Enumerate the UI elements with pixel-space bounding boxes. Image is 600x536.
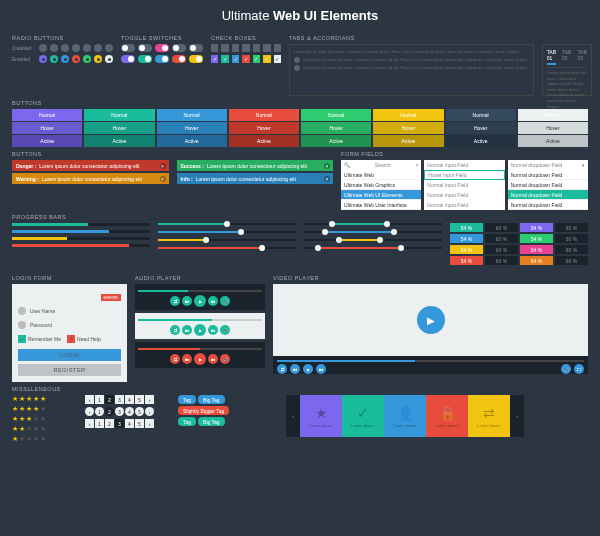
register-button[interactable]: REGISTER — [18, 364, 121, 376]
next-icon[interactable]: ⏭ — [208, 325, 218, 335]
tag[interactable]: Slightly Bigger Tag — [178, 406, 229, 415]
slider[interactable] — [158, 247, 296, 249]
toggle[interactable] — [189, 44, 203, 52]
page-next[interactable]: › — [145, 395, 154, 404]
checkbox[interactable]: ✓ — [221, 55, 228, 63]
radio[interactable] — [50, 44, 58, 52]
button[interactable]: Normal — [301, 109, 371, 121]
slider[interactable] — [158, 223, 296, 225]
button[interactable]: Normal — [229, 109, 299, 121]
checkbox[interactable]: ✓ — [253, 55, 260, 63]
button[interactable]: Active — [373, 135, 443, 147]
toggle[interactable] — [155, 55, 169, 63]
dropdown[interactable]: Normal dropdown Field▾ — [508, 160, 588, 170]
close-icon[interactable]: × — [324, 176, 330, 182]
play-icon[interactable]: ▶ — [194, 353, 206, 365]
radio[interactable] — [105, 55, 113, 63]
tile[interactable]: ✓Lorem Ipsum — [342, 395, 384, 437]
button[interactable]: Hover — [373, 122, 443, 134]
dropdown-option[interactable]: Ultimate Web Graphics — [341, 180, 421, 190]
toggle[interactable] — [172, 44, 186, 52]
fullscreen-icon[interactable]: ⛶ — [574, 364, 584, 374]
volume-icon[interactable]: 🔊 — [561, 364, 571, 374]
play-icon[interactable]: ▶ — [194, 295, 206, 307]
next-icon[interactable]: ⏭ — [316, 364, 326, 374]
star-rating[interactable]: ★★★★★ — [12, 415, 77, 423]
tag[interactable]: Big Tag — [198, 417, 225, 426]
radio[interactable] — [72, 44, 80, 52]
remember-checkbox[interactable]: ✓ — [18, 335, 26, 343]
text-input[interactable]: Hover Input Field — [424, 170, 504, 180]
button[interactable]: Hover — [84, 122, 154, 134]
volume-icon[interactable]: 🔊 — [220, 296, 230, 306]
range-slider[interactable] — [304, 223, 442, 225]
tag[interactable]: Tag — [178, 417, 196, 426]
dropdown-option[interactable]: Normal dropdown Field — [508, 170, 588, 180]
toggle[interactable] — [121, 55, 135, 63]
text-input[interactable]: Normal Input Field — [424, 200, 504, 210]
help-checkbox[interactable]: ? — [67, 335, 75, 343]
close-icon[interactable]: × — [324, 163, 330, 169]
radio[interactable] — [83, 44, 91, 52]
star-rating[interactable]: ★★★★★ — [12, 405, 77, 413]
search-input[interactable]: 🔍Search× — [341, 160, 421, 170]
checkbox[interactable] — [221, 44, 228, 52]
button[interactable]: Active — [301, 135, 371, 147]
button[interactable]: Active — [229, 135, 299, 147]
toggle[interactable] — [138, 55, 152, 63]
tile[interactable]: ★Lorem Ipsum — [300, 395, 342, 437]
button[interactable]: Normal — [157, 109, 227, 121]
button[interactable]: Active — [157, 135, 227, 147]
shuffle-icon[interactable]: ⇄ — [277, 364, 287, 374]
shuffle-icon[interactable]: ⇄ — [170, 325, 180, 335]
range-slider[interactable] — [304, 231, 442, 233]
tag[interactable]: Big Tag — [198, 395, 225, 404]
button[interactable]: Normal — [12, 109, 82, 121]
password-input[interactable]: Password — [30, 322, 52, 328]
shuffle-icon[interactable]: ⇄ — [170, 354, 180, 364]
checkbox[interactable] — [253, 44, 260, 52]
dropdown-option[interactable]: Ultimate Web UI Elements — [341, 190, 421, 200]
checkbox[interactable] — [274, 44, 281, 52]
radio[interactable] — [61, 55, 69, 63]
tab[interactable]: TAB 01 — [547, 49, 556, 65]
prev-icon[interactable]: ⏮ — [182, 354, 192, 364]
play-button[interactable]: ▶ — [417, 306, 445, 334]
volume-icon[interactable]: 🔊 — [220, 325, 230, 335]
page-prev[interactable]: ‹ — [85, 419, 94, 428]
button[interactable]: Normal — [518, 109, 588, 121]
toggle[interactable] — [172, 55, 186, 63]
carousel-next[interactable]: › — [510, 395, 524, 437]
prev-icon[interactable]: ⏮ — [182, 325, 192, 335]
shuffle-icon[interactable]: ⇄ — [170, 296, 180, 306]
radio[interactable] — [94, 44, 102, 52]
text-input[interactable]: Normal Input Field — [424, 160, 504, 170]
page-prev[interactable]: ‹ — [85, 395, 94, 404]
toggle[interactable] — [138, 44, 152, 52]
button[interactable]: Hover — [229, 122, 299, 134]
toggle[interactable] — [155, 44, 169, 52]
dropdown-option[interactable]: Ultimate Web — [341, 170, 421, 180]
checkbox[interactable] — [242, 44, 249, 52]
carousel-prev[interactable]: ‹ — [286, 395, 300, 437]
toggle[interactable] — [121, 44, 135, 52]
radio[interactable] — [61, 44, 69, 52]
radio[interactable] — [39, 55, 47, 63]
page-prev[interactable]: ‹ — [85, 407, 94, 416]
dropdown-option[interactable]: Normal dropdown Field — [508, 180, 588, 190]
range-slider[interactable] — [304, 247, 442, 249]
volume-icon[interactable]: 🔊 — [220, 354, 230, 364]
accordion-toggle[interactable] — [294, 57, 300, 63]
prev-icon[interactable]: ⏮ — [290, 364, 300, 374]
checkbox[interactable]: ✓ — [232, 55, 239, 63]
tile[interactable]: 👤Lorem Ipsum — [384, 395, 426, 437]
radio[interactable] — [50, 55, 58, 63]
close-icon[interactable]: × — [160, 176, 166, 182]
radio[interactable] — [72, 55, 80, 63]
button[interactable]: Active — [518, 135, 588, 147]
toggle[interactable] — [189, 55, 203, 63]
button[interactable]: Hover — [157, 122, 227, 134]
page-next[interactable]: › — [145, 419, 154, 428]
button[interactable]: Hover — [12, 122, 82, 134]
button[interactable]: Hover — [301, 122, 371, 134]
